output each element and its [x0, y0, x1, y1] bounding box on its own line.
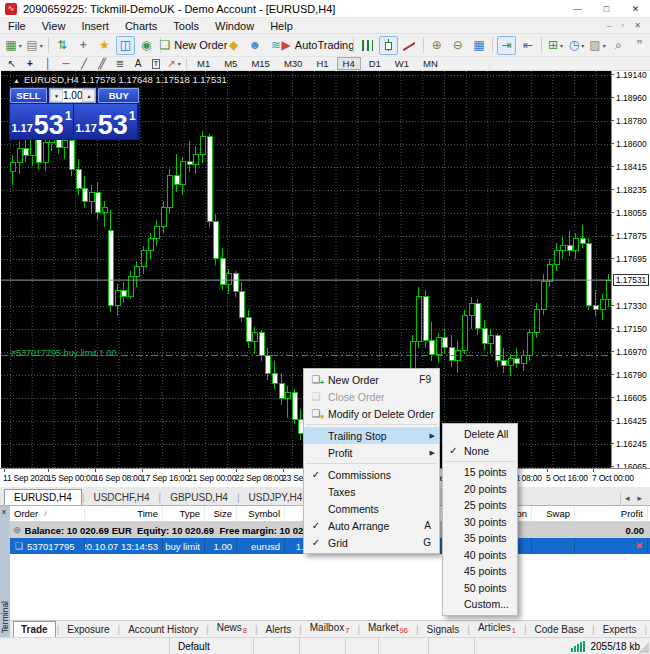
- minimize-button[interactable]: —: [563, 0, 592, 17]
- submenu-item-50-points[interactable]: 50 points: [443, 580, 517, 597]
- column-header-order[interactable]: Order/: [10, 506, 85, 521]
- status-profile[interactable]: Default: [170, 638, 254, 654]
- column-header-profit[interactable]: Profit: [575, 506, 648, 521]
- resize-grip[interactable]: [638, 642, 649, 653]
- submenu-item-45-points[interactable]: 45 points: [443, 563, 517, 580]
- strategy-tester-button[interactable]: ◉: [137, 36, 156, 55]
- terminal-close-icon[interactable]: x: [2, 507, 6, 516]
- column-header-type[interactable]: Type: [163, 506, 205, 521]
- arrows-button[interactable]: ↗▾: [166, 57, 182, 70]
- menu-charts[interactable]: Charts: [117, 20, 165, 32]
- terminal-tab-market[interactable]: Market96: [361, 620, 415, 637]
- menu-tools[interactable]: Tools: [165, 20, 207, 32]
- crosshair-button[interactable]: +: [22, 57, 38, 70]
- timeframe-w1[interactable]: W1: [389, 57, 415, 70]
- tile-windows-button[interactable]: ▦: [469, 36, 488, 55]
- column-header-symbol[interactable]: Symbol: [237, 506, 285, 521]
- templates-button[interactable]: ▨▾: [588, 36, 607, 55]
- mdi-restore-icon[interactable]: ▫: [616, 21, 629, 30]
- timeframe-d1[interactable]: D1: [363, 57, 387, 70]
- menu-insert[interactable]: Insert: [73, 20, 117, 32]
- market-watch-button[interactable]: ⇅: [53, 36, 72, 55]
- timeframe-m30[interactable]: M30: [278, 57, 308, 70]
- terminal-tab-news[interactable]: News8: [210, 620, 254, 637]
- submenu-item-none[interactable]: ✓None: [443, 443, 517, 460]
- scroll-right-icon[interactable]: ▸: [633, 493, 646, 503]
- new-order-button[interactable]: ❏New Order: [165, 36, 223, 55]
- text-label-button[interactable]: T: [148, 57, 164, 70]
- bar-chart-mode-button[interactable]: [358, 36, 377, 55]
- context-menu-item-trailing-stop[interactable]: Trailing Stop▶: [304, 427, 439, 444]
- indicators-button[interactable]: ⊞▾: [546, 36, 565, 55]
- timeframe-mn[interactable]: MN: [417, 57, 444, 70]
- horizontal-line-button[interactable]: ─: [58, 57, 74, 70]
- submenu-item-delete-all[interactable]: Delete All: [443, 426, 517, 443]
- context-menu-item-modify-or-delete-order[interactable]: ❏●Modify or Delete Order: [304, 405, 439, 422]
- timeframe-h1[interactable]: H1: [310, 57, 334, 70]
- candlestick-mode-button[interactable]: [379, 36, 398, 55]
- submenu-item-30-points[interactable]: 30 points: [443, 514, 517, 531]
- chart-tab-usdchf-h4[interactable]: USDCHF,H4: [84, 490, 158, 505]
- submenu-item-20-points[interactable]: 20 points: [443, 481, 517, 498]
- terminal-tab-articles[interactable]: Articles1: [471, 620, 523, 637]
- zoom-out-button[interactable]: ⊖: [448, 36, 467, 55]
- menu-help[interactable]: Help: [262, 20, 301, 32]
- line-chart-mode-button[interactable]: [400, 36, 419, 55]
- terminal-tab-mailbox[interactable]: Mailbox7: [303, 620, 357, 637]
- terminal-tab-exposure[interactable]: Exposure: [60, 622, 116, 637]
- channel-button[interactable]: ╱╱: [94, 57, 110, 70]
- navigator-button[interactable]: ★: [95, 36, 114, 55]
- terminal-panel-button[interactable]: ◫: [116, 36, 135, 55]
- volume-down-button[interactable]: ▼: [50, 89, 63, 102]
- text-button[interactable]: A: [130, 57, 146, 70]
- auto-scroll-button[interactable]: ⇥: [497, 36, 516, 55]
- context-menu-item-comments[interactable]: Comments: [304, 500, 439, 517]
- cursor-button[interactable]: ↖: [4, 57, 20, 70]
- context-menu-item-profit[interactable]: Profit▶: [304, 444, 439, 461]
- close-order-icon[interactable]: ✕: [635, 541, 643, 551]
- terminal-tab-experts[interactable]: Experts: [596, 622, 644, 637]
- sell-button[interactable]: SELL: [10, 88, 47, 103]
- chart-tab-usdjpy-h4[interactable]: USDJPY,H4: [240, 490, 312, 505]
- chart-tab-eurusd-h4[interactable]: EURUSD,H4: [4, 489, 82, 505]
- mdi-minimize-icon[interactable]: –: [602, 21, 616, 30]
- metaeditor-button[interactable]: ◆: [224, 36, 243, 55]
- terminal-tab-trade[interactable]: Trade: [13, 621, 56, 637]
- chat-button[interactable]: ❞: [630, 36, 649, 55]
- volume-input[interactable]: 1.00: [63, 89, 82, 102]
- volume-up-button[interactable]: ▲: [82, 89, 95, 102]
- new-chart-button[interactable]: ▦▾: [4, 36, 23, 55]
- menu-view[interactable]: View: [34, 20, 74, 32]
- buy-button[interactable]: BUY: [98, 88, 139, 103]
- context-menu-item-grid[interactable]: ✓GridG: [304, 534, 439, 551]
- terminal-tab-signals[interactable]: Signals: [420, 622, 467, 637]
- menu-window[interactable]: Window: [207, 20, 262, 32]
- trendline-button[interactable]: ╱: [76, 57, 92, 70]
- timeframe-m1[interactable]: M1: [191, 57, 216, 70]
- submenu-item-40-points[interactable]: 40 points: [443, 547, 517, 564]
- context-menu-item-new-order[interactable]: ❏+New OrderF9: [304, 371, 439, 388]
- scroll-left-icon[interactable]: ◂: [621, 493, 634, 503]
- sell-price[interactable]: 1.17 53 1: [10, 104, 73, 139]
- column-header-time[interactable]: Time: [85, 506, 163, 521]
- submenu-item-custom[interactable]: Custom...: [443, 596, 517, 613]
- context-menu-item-auto-arrange[interactable]: ✓Auto ArrangeA: [304, 517, 439, 534]
- timeframe-m5[interactable]: M5: [218, 57, 243, 70]
- community-button[interactable]: ☻: [245, 36, 264, 55]
- menu-file[interactable]: File: [0, 20, 34, 32]
- search-button[interactable]: ⌕: [609, 36, 628, 55]
- context-menu-item-taxes[interactable]: Taxes: [304, 483, 439, 500]
- timeframe-m15[interactable]: M15: [245, 57, 275, 70]
- autotrading-button[interactable]: ▶AutoTrading: [287, 36, 349, 55]
- periods-button[interactable]: ◷▾: [567, 36, 586, 55]
- zoom-in-button[interactable]: ⊕: [427, 36, 446, 55]
- terminal-tab-code-base[interactable]: Code Base: [528, 622, 591, 637]
- mdi-close-icon[interactable]: ✕: [629, 21, 646, 30]
- vertical-line-button[interactable]: │: [40, 57, 56, 70]
- maximize-button[interactable]: □: [592, 0, 621, 17]
- column-header-size[interactable]: Size: [205, 506, 237, 521]
- timeframe-h4[interactable]: H4: [337, 57, 361, 70]
- fibonacci-button[interactable]: ≣: [112, 57, 128, 70]
- submenu-item-35-points[interactable]: 35 points: [443, 530, 517, 547]
- submenu-item-25-points[interactable]: 25 points: [443, 497, 517, 514]
